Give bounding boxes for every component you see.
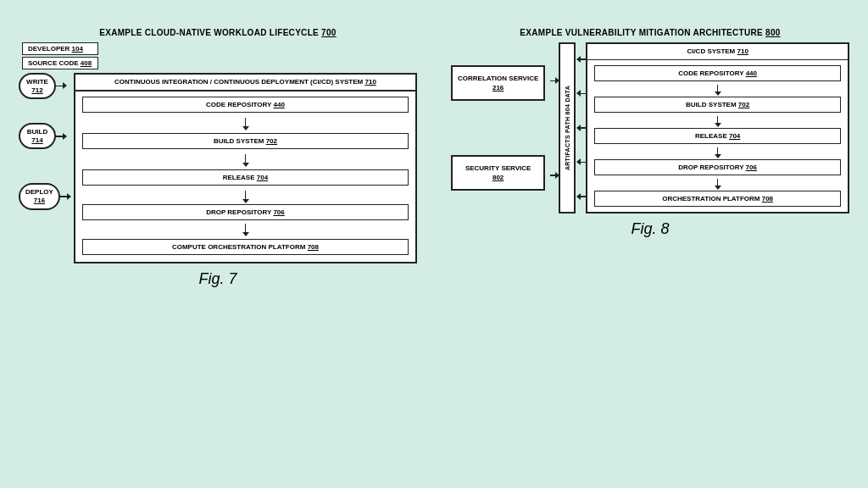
- left-connectors: [548, 42, 559, 214]
- fig8: EXAMPLE VULNERABILITY MITIGATION ARCHITE…: [451, 28, 849, 238]
- developer-box: DEVELOPER 104: [22, 42, 98, 55]
- f8-release: RELEASE 704: [594, 128, 841, 144]
- compute-box: COMPUTE ORCHESTRATION PLATFORM 708: [82, 239, 409, 255]
- f8-orch: ORCHESTRATION PLATFORM 708: [594, 191, 841, 207]
- right-connectors: [576, 42, 586, 214]
- fig8-label: Fig. 8: [451, 220, 849, 238]
- arrow-down-3: [82, 191, 409, 201]
- fig8-inner: CODE REPOSITORY 440 BUILD SYSTEM 702 REL…: [587, 60, 848, 212]
- deploy-pill: DEPLOY 716: [19, 183, 60, 209]
- release-box: RELEASE 704: [82, 169, 409, 186]
- build-pill: BUILD 714: [19, 123, 56, 149]
- fig7: EXAMPLE CLOUD-NATIVE WORKLOAD LIFECYCLE …: [19, 28, 417, 288]
- f8-drop-repo: DROP REPOSITORY 706: [594, 159, 841, 175]
- correlation-box: CORRELATION SERVICE 216: [451, 65, 545, 101]
- write-pill: WRITE 712: [19, 73, 56, 99]
- cicd-inner: CODE REPOSITORY 440 BUILD SYSTEM 702: [75, 92, 415, 191]
- source-code-box: SOURCE CODE 408: [22, 57, 98, 69]
- fig8-body: CORRELATION SERVICE 216 SECURITY SERVICE…: [451, 42, 849, 214]
- dev-boxes: DEVELOPER 104 SOURCE CODE 408: [22, 42, 98, 69]
- f8-arrow-2: [594, 116, 841, 125]
- fig7-left-col: WRITE 712 BUILD 714: [19, 73, 70, 210]
- fig8-right: CI/CD SYSTEM 710 CODE REPOSITORY 440 BUI…: [586, 42, 849, 214]
- f8-build-system: BUILD SYSTEM 702: [594, 97, 841, 113]
- fig7-label: Fig. 7: [19, 270, 417, 288]
- f8-arrow-4: [594, 179, 841, 187]
- f8-code-repo: CODE REPOSITORY 440: [594, 65, 841, 81]
- main-container: EXAMPLE CLOUD-NATIVE WORKLOAD LIFECYCLE …: [19, 19, 849, 469]
- drop-repo-box: DROP REPOSITORY 706: [82, 204, 409, 220]
- fig7-title: EXAMPLE CLOUD-NATIVE WORKLOAD LIFECYCLE …: [19, 28, 417, 37]
- artifacts-path-label: ARTIFACTS PATH 804 DATA: [559, 42, 576, 214]
- cicd-header: CONTINUOUS INTEGRATION / CONTINUOUS DEPL…: [75, 75, 415, 92]
- arrow-down-4: [82, 224, 409, 234]
- fig8-cicd-header: CI/CD SYSTEM 710: [587, 44, 848, 60]
- f8-arrow-1: [594, 85, 841, 93]
- arrow-down-1: [82, 118, 409, 128]
- build-system-box: BUILD SYSTEM 702: [82, 133, 409, 149]
- code-repo-box: CODE REPOSITORY 440: [82, 97, 409, 113]
- security-box: SECURITY SERVICE 802: [451, 155, 545, 191]
- arrow-down-2: [82, 154, 409, 164]
- cicd-block: CONTINUOUS INTEGRATION / CONTINUOUS DEPL…: [74, 73, 417, 263]
- fig8-title: EXAMPLE VULNERABILITY MITIGATION ARCHITE…: [451, 28, 849, 37]
- f8-arrow-3: [594, 147, 841, 156]
- left-services: CORRELATION SERVICE 216 SECURITY SERVICE…: [451, 42, 545, 214]
- fig7-body: WRITE 712 BUILD 714: [19, 73, 417, 263]
